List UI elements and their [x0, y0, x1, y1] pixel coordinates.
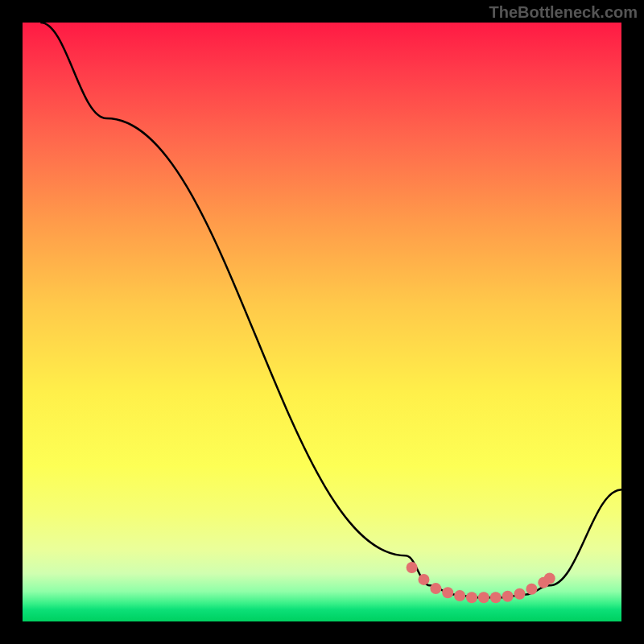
highlight-dot — [478, 592, 489, 603]
watermark-text: TheBottleneck.com — [489, 3, 638, 22]
highlight-dot — [430, 583, 441, 594]
highlight-dot — [418, 574, 429, 585]
highlight-dot — [514, 588, 526, 600]
highlight-dot — [544, 572, 555, 584]
highlight-dot — [407, 562, 418, 573]
highlight-dot — [502, 591, 514, 602]
highlight-dot — [466, 592, 477, 603]
highlight-dot — [454, 590, 465, 601]
highlight-dot — [442, 587, 453, 598]
highlight-dot — [526, 584, 537, 595]
highlight-dot — [490, 592, 502, 603]
chart-svg — [23, 23, 621, 621]
bottleneck-curve-line — [40, 23, 621, 597]
highlight-dots-group — [407, 562, 555, 603]
